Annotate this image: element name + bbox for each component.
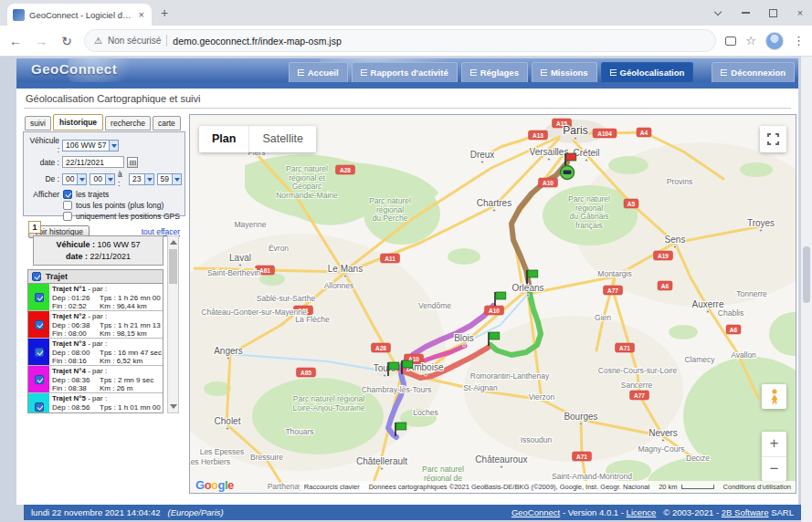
hour-to-select[interactable]: 23: [129, 173, 153, 185]
nav-label: Réglages: [480, 68, 519, 78]
map-type-satellite[interactable]: Satellite: [248, 126, 315, 152]
bookmark-star-icon[interactable]: ☆: [745, 34, 756, 47]
browser-tab[interactable]: GeoConnect - Logiciel de Gestio ×: [7, 4, 152, 26]
trips-select-all-checkbox[interactable]: [32, 272, 41, 281]
sidebar-tab-carte[interactable]: carte: [153, 116, 181, 130]
trip-checkbox[interactable]: [35, 402, 44, 412]
city-label-creteil: Créteil: [574, 148, 600, 158]
nav-rapports-d-activite[interactable]: Rapports d'activité: [352, 62, 458, 82]
option-checkbox-les-trajets[interactable]: [63, 190, 72, 199]
calendar-button[interactable]: [127, 157, 138, 168]
vehicle-marker[interactable]: [561, 166, 575, 180]
trips-header: Trajet: [27, 269, 163, 284]
address-bar[interactable]: ⚠ Non sécurisé demo.geoconnect.fr/index-…: [84, 29, 716, 52]
keyboard-shortcuts-link[interactable]: Raccourcis clavier: [304, 483, 360, 491]
nav-reglages[interactable]: Réglages: [461, 62, 528, 82]
scroll-down-icon[interactable]: [170, 404, 177, 409]
trip-checkbox[interactable]: [35, 375, 44, 384]
tab-title: GeoConnect - Logiciel de Gestio: [29, 10, 132, 20]
sidebar-tab-historique[interactable]: historique: [53, 114, 103, 130]
option-checkbox-tous-les-points-plus-long[interactable]: [63, 201, 72, 210]
google-logo: Google: [195, 478, 234, 492]
close-button[interactable]: ×: [794, 6, 807, 19]
profile-avatar[interactable]: [765, 32, 784, 50]
city-dot: [547, 158, 550, 161]
zoom-in-button[interactable]: +: [762, 432, 786, 456]
city-dot: [526, 294, 529, 297]
trip-color-swatch: [28, 339, 49, 365]
road-badge-a77: A77: [630, 391, 649, 400]
footer-datetime: lundi 22 novembre 2021 14:04:42 (Europe/…: [31, 507, 224, 517]
map-base: A15A13A104A4A10A5A28A81A11A11A19A6A6A77A…: [190, 115, 796, 494]
pegman-control[interactable]: [762, 384, 786, 409]
city-dot: [227, 357, 229, 360]
date-input[interactable]: 22/11/2021: [62, 156, 124, 168]
city-label-avallon: Avallon: [731, 350, 756, 360]
footer-app-link[interactable]: GeoConnect: [511, 507, 560, 517]
nav-grid-icon: [470, 69, 477, 76]
footer-company-link[interactable]: 2B Software: [722, 507, 769, 517]
nav-bar-base: [16, 82, 798, 89]
vehicle-summary-value: 106 WW 57: [98, 240, 141, 249]
option-label: tous les points (plus long): [76, 201, 163, 210]
trip-row-2: Trajet N°2 - par :Dép : 06:38Tps : 1 h 2…: [28, 311, 163, 339]
nav-label: Rapports d'activité: [371, 68, 448, 78]
zoom-out-button[interactable]: −: [762, 456, 786, 481]
trip-checkbox[interactable]: [35, 348, 44, 357]
scrollbar-thumb[interactable]: [169, 249, 177, 284]
result-page-tab[interactable]: 1: [28, 221, 41, 234]
trip-checkbox[interactable]: [35, 320, 44, 329]
back-button[interactable]: ←: [7, 34, 24, 48]
city-label-blois: Blois: [454, 333, 474, 343]
map-type-plan[interactable]: Plan: [199, 126, 248, 152]
city-label-les-epesses: Les Epesses: [200, 447, 245, 456]
vehicle-select[interactable]: 106 WW 57: [62, 140, 119, 151]
city-label-sens: Sens: [665, 235, 686, 245]
map-canvas[interactable]: A15A13A104A4A10A5A28A81A11A11A19A6A6A77A…: [189, 114, 796, 494]
svg-text:A19: A19: [658, 253, 669, 259]
install-app-icon[interactable]: [725, 37, 736, 46]
city-dot: [579, 423, 582, 425]
tab-search-icon[interactable]: [712, 6, 724, 19]
city-label-thouars: Thouars: [285, 427, 313, 436]
nav-geolocalisation[interactable]: Géolocalisation: [601, 62, 694, 82]
svg-text:A10: A10: [489, 308, 500, 314]
browser-menu-icon[interactable]: ⋮: [793, 34, 805, 47]
tab-close-icon[interactable]: ×: [137, 9, 146, 20]
minute-from-select[interactable]: 00: [90, 173, 114, 185]
hour-from-select[interactable]: 00: [62, 173, 87, 185]
option-label: les trajets: [76, 190, 109, 199]
nav-missions[interactable]: Missions: [532, 62, 597, 82]
road-badge-a85: A85: [297, 368, 316, 377]
scroll-up-icon[interactable]: [170, 240, 177, 245]
maximize-button[interactable]: [766, 6, 779, 19]
minute-to-select[interactable]: 59: [157, 173, 182, 185]
not-secure-icon[interactable]: ⚠: [94, 36, 102, 46]
option-checkbox-uniquement-les-positions-gps[interactable]: [63, 212, 72, 221]
page-scrollbar[interactable]: [801, 57, 812, 522]
forward-button[interactable]: →: [33, 34, 49, 48]
nav-label: Déconnexion: [731, 68, 786, 78]
nav-deconnexion[interactable]: Déconnexion: [712, 62, 795, 82]
url-text: demo.geoconnect.fr/index-map-osm.jsp: [173, 36, 341, 47]
terms-link[interactable]: Conditions d'utilisation: [723, 483, 791, 491]
not-secure-label: Non sécurisé: [108, 36, 161, 46]
page-scrollbar-thumb[interactable]: [803, 246, 810, 303]
nav-accueil[interactable]: Accueil: [289, 62, 348, 82]
new-tab-button[interactable]: +: [161, 5, 168, 20]
fullscreen-button[interactable]: [760, 126, 786, 152]
browser-window: GeoConnect - Logiciel de Gestio × + × ← …: [0, 0, 812, 522]
city-dot: [574, 137, 576, 140]
sidebar-tab-recherche[interactable]: recherche: [105, 116, 151, 130]
city-label-dreux: Dreux: [470, 150, 495, 160]
footer-licence-link[interactable]: Licence: [627, 507, 657, 517]
sidebar-scrollbar[interactable]: [167, 235, 179, 413]
city-label-cosne-cours-sur-loire: Cosne-Cours-sur-Loire: [598, 366, 678, 375]
minimize-button[interactable]: [739, 6, 752, 19]
sidebar-tab-suivi[interactable]: suivi: [25, 116, 51, 130]
nav-grid-icon: [721, 69, 727, 76]
trip-checkbox[interactable]: [35, 293, 44, 302]
road-badge-a10: A10: [539, 178, 558, 187]
reload-button[interactable]: ↻: [58, 34, 75, 48]
fullscreen-icon: [767, 133, 779, 145]
